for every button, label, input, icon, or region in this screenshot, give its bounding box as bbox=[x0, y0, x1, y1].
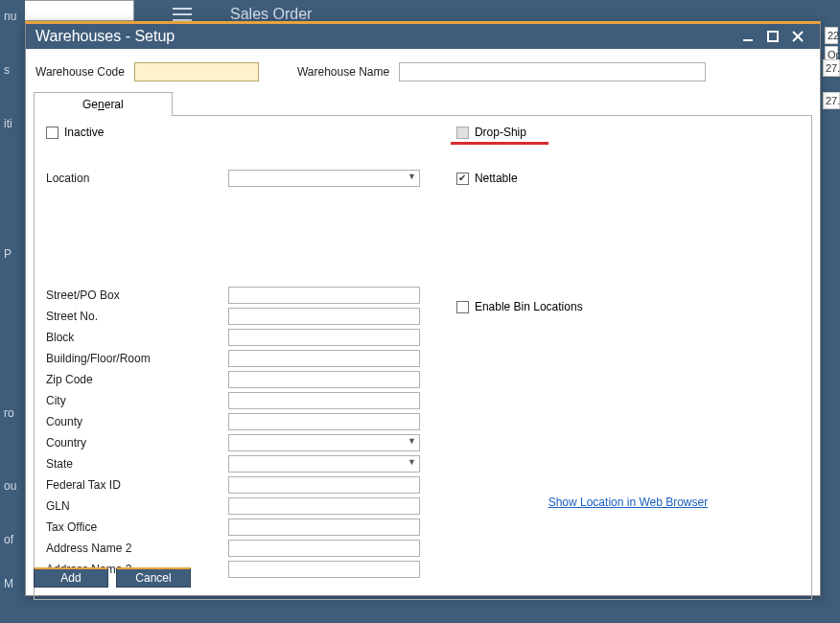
field-label: Tax Office bbox=[46, 520, 228, 534]
dropship-row: Drop-Ship bbox=[456, 126, 543, 139]
field-label: GLN bbox=[46, 499, 228, 513]
warehouse-code-label: Warehouse Code bbox=[35, 65, 125, 79]
field-label: Block bbox=[46, 331, 228, 344]
field-row: Country bbox=[46, 432, 428, 453]
location-label: Location bbox=[46, 172, 228, 185]
warehouse-name-label: Warehouse Name bbox=[297, 65, 389, 79]
nav-frag: of bbox=[0, 527, 25, 552]
field-row: Street No. bbox=[46, 306, 428, 327]
nav-frag: s bbox=[0, 58, 25, 82]
field-input[interactable] bbox=[228, 371, 420, 388]
add-button[interactable]: Add bbox=[34, 567, 108, 588]
field-input[interactable] bbox=[228, 350, 420, 367]
field-row: Building/Floor/Room bbox=[46, 348, 428, 369]
field-row: GLN bbox=[46, 496, 428, 517]
close-icon[interactable] bbox=[785, 24, 810, 49]
field-label: Federal Tax ID bbox=[46, 478, 228, 492]
background-nav-strip: nu s iti P ro ou of M bbox=[0, 0, 25, 623]
field-input[interactable] bbox=[228, 561, 420, 578]
field-label: Address Name 2 bbox=[46, 542, 228, 555]
field-input[interactable] bbox=[228, 329, 420, 346]
field-row: State bbox=[46, 453, 428, 474]
nettable-row: Nettable bbox=[456, 172, 800, 185]
modal-title: Warehouses - Setup bbox=[35, 28, 735, 45]
tab-general[interactable]: General bbox=[34, 92, 173, 116]
field-input[interactable] bbox=[228, 497, 420, 515]
bg-fragment: 229 bbox=[825, 27, 838, 44]
enablebin-row: Enable Bin Locations bbox=[456, 300, 800, 313]
field-label: Street/PO Box bbox=[46, 288, 228, 302]
bg-fragment: 27.0 bbox=[823, 92, 840, 109]
field-label: Street No. bbox=[46, 310, 228, 323]
inactive-checkbox[interactable] bbox=[46, 127, 58, 139]
nav-frag: iti bbox=[0, 111, 25, 136]
maximize-icon[interactable] bbox=[760, 24, 785, 49]
field-select[interactable] bbox=[228, 434, 420, 451]
field-input[interactable] bbox=[228, 392, 420, 409]
warehouse-name-input[interactable] bbox=[399, 62, 706, 81]
minimize-icon[interactable] bbox=[735, 24, 760, 49]
field-select[interactable] bbox=[228, 455, 420, 473]
field-input[interactable] bbox=[228, 287, 420, 304]
bg-fragment: 27.0 bbox=[823, 59, 840, 77]
field-row: Tax Office bbox=[46, 517, 428, 538]
show-location-link[interactable]: Show Location in Web Browser bbox=[548, 496, 709, 509]
warehouse-code-input[interactable] bbox=[134, 62, 259, 81]
field-label: Country bbox=[46, 436, 228, 450]
nav-frag: P bbox=[0, 242, 25, 266]
inactive-row: Inactive bbox=[46, 126, 428, 139]
field-row: Street/PO Box bbox=[46, 285, 428, 306]
field-row: Federal Tax ID bbox=[46, 474, 428, 496]
enablebin-label: Enable Bin Locations bbox=[475, 300, 583, 313]
field-input[interactable] bbox=[228, 540, 420, 557]
field-input[interactable] bbox=[228, 519, 420, 536]
field-row: County bbox=[46, 411, 428, 432]
field-label: City bbox=[46, 394, 228, 407]
field-input[interactable] bbox=[228, 308, 420, 325]
field-input[interactable] bbox=[228, 413, 420, 430]
dropship-checkbox bbox=[456, 127, 469, 139]
field-label: County bbox=[46, 415, 228, 428]
svg-rect-1 bbox=[768, 32, 778, 41]
nettable-label: Nettable bbox=[475, 172, 518, 185]
nav-frag: ro bbox=[0, 401, 25, 426]
nav-frag: M bbox=[0, 571, 25, 596]
field-row: Address Name 2 bbox=[46, 538, 428, 559]
field-row: Block bbox=[46, 327, 428, 348]
enablebin-checkbox[interactable] bbox=[456, 301, 469, 313]
nettable-checkbox[interactable] bbox=[456, 173, 469, 185]
right-column: Drop-Ship Nettable Enable Bin Locations … bbox=[456, 126, 800, 580]
field-label: Building/Floor/Room bbox=[46, 352, 228, 365]
field-label: Zip Code bbox=[46, 373, 228, 386]
tab-label-part: eral bbox=[105, 98, 124, 111]
tab-strip: General bbox=[34, 91, 812, 115]
cancel-button[interactable]: Cancel bbox=[116, 567, 191, 588]
dropship-label: Drop-Ship bbox=[475, 126, 526, 139]
tab-label-part: Ge bbox=[82, 98, 98, 111]
field-row: Zip Code bbox=[46, 369, 428, 390]
warehouse-setup-modal: Warehouses - Setup Warehouse Code Wareho… bbox=[25, 21, 821, 596]
header-row: Warehouse Code Warehouse Name bbox=[26, 49, 820, 91]
nav-frag: ou bbox=[0, 473, 25, 498]
field-row: City bbox=[46, 390, 428, 411]
location-row: Location bbox=[46, 168, 428, 189]
field-label: State bbox=[46, 457, 228, 471]
modal-title-bar[interactable]: Warehouses - Setup bbox=[26, 24, 820, 49]
left-column: Inactive Location Street/PO BoxStreet No… bbox=[46, 126, 428, 580]
location-select[interactable] bbox=[228, 170, 420, 187]
bottom-button-bar: Add Cancel bbox=[34, 567, 191, 588]
nav-frag: nu bbox=[0, 4, 25, 29]
field-input[interactable] bbox=[228, 476, 420, 494]
general-panel: Inactive Location Street/PO BoxStreet No… bbox=[34, 115, 812, 600]
inactive-label: Inactive bbox=[64, 126, 104, 139]
tab-label-mnemonic: n bbox=[98, 98, 105, 111]
